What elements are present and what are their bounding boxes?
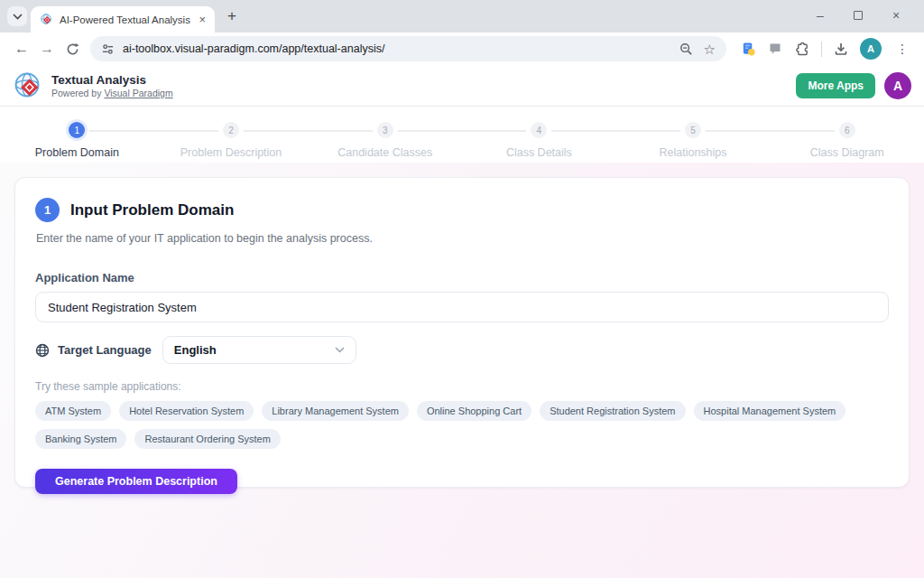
step-number: 2 — [223, 122, 239, 138]
powered-by-text: Powered by — [51, 88, 101, 98]
step-number: 5 — [685, 122, 701, 138]
step-candidate-classes[interactable]: 3 Candidate Classes — [308, 115, 462, 163]
window-controls: – × — [801, 0, 915, 31]
browser-menu-icon[interactable]: ⋮ — [893, 42, 911, 56]
sample-pill-library[interactable]: Library Management System — [262, 401, 409, 421]
site-favicon-icon — [40, 13, 53, 26]
back-button[interactable]: ← — [9, 36, 34, 61]
step-class-details[interactable]: 4 Class Details — [462, 115, 616, 163]
app-header: Textual Analysis Powered by Visual Parad… — [0, 65, 924, 107]
sample-pill-hospital[interactable]: Hospital Management System — [694, 401, 846, 421]
zoom-icon[interactable] — [679, 42, 693, 56]
download-icon[interactable] — [834, 42, 848, 56]
sample-pill-shopping[interactable]: Online Shopping Cart — [417, 401, 531, 421]
tab-close-icon[interactable]: × — [197, 13, 208, 26]
step-class-diagram[interactable]: 6 Class Diagram — [770, 115, 924, 163]
card-title: Input Problem Domain — [70, 201, 234, 219]
tab-title: AI-Powered Textual Analysis for — [60, 14, 190, 25]
target-language-label: Target Language — [58, 343, 152, 357]
maximize-button[interactable] — [839, 8, 877, 23]
browser-profile-avatar[interactable]: A — [860, 38, 882, 60]
step-label: Class Diagram — [810, 146, 884, 159]
header-actions: More Apps A — [796, 72, 911, 99]
sample-pill-student[interactable]: Student Registration System — [540, 401, 685, 421]
browser-tab-strip: AI-Powered Textual Analysis for × + – × — [0, 0, 924, 33]
samples-label: Try these sample applications: — [35, 380, 889, 393]
card-description: Enter the name of your IT application to… — [36, 232, 889, 245]
step-label: Class Details — [506, 146, 572, 159]
brand-text: Textual Analysis Powered by Visual Parad… — [51, 73, 173, 98]
target-language-row: Target Language English — [35, 336, 889, 364]
user-avatar[interactable]: A — [884, 72, 911, 99]
stepper: 1 Problem Domain 2 Problem Description 3… — [0, 107, 924, 163]
step-badge: 1 — [35, 198, 60, 222]
input-problem-domain-card: 1 Input Problem Domain Enter the name of… — [14, 177, 910, 488]
url-text[interactable]: ai-toolbox.visual-paradigm.com/app/textu… — [123, 42, 671, 55]
sample-pill-atm[interactable]: ATM System — [35, 401, 111, 421]
card-header: 1 Input Problem Domain — [35, 198, 889, 222]
step-problem-domain[interactable]: 1 Problem Domain — [0, 115, 154, 163]
tab-search-button[interactable] — [7, 6, 27, 26]
chevron-down-icon — [13, 14, 23, 20]
extensions-puzzle-icon[interactable] — [794, 42, 809, 57]
application-name-label: Application Name — [35, 271, 889, 284]
visual-paradigm-link[interactable]: Visual Paradigm — [104, 88, 172, 98]
step-label: Problem Domain — [35, 146, 119, 159]
browser-toolbar: ← → ai-toolbox.visual-paradigm.com/app/t… — [0, 33, 924, 65]
application-name-input[interactable] — [35, 292, 889, 322]
step-number: 4 — [531, 122, 547, 138]
target-language-value: English — [174, 343, 217, 357]
step-label: Relationships — [660, 146, 727, 159]
page-background: 1 Input Problem Domain Enter the name of… — [0, 163, 924, 578]
step-label: Candidate Classes — [337, 146, 432, 159]
sample-pill-hotel[interactable]: Hotel Reservation System — [119, 401, 254, 421]
minimize-button[interactable]: – — [801, 8, 839, 23]
more-apps-button[interactable]: More Apps — [796, 73, 875, 98]
toolbar-divider — [821, 42, 822, 57]
globe-icon — [35, 343, 50, 358]
step-problem-description[interactable]: 2 Problem Description — [154, 115, 309, 163]
address-bar[interactable]: ai-toolbox.visual-paradigm.com/app/textu… — [90, 36, 726, 61]
sample-pills: ATM System Hotel Reservation System Libr… — [35, 401, 889, 449]
step-label: Problem Description — [180, 146, 282, 159]
step-number: 6 — [839, 122, 855, 138]
comment-extension-icon[interactable] — [768, 42, 782, 56]
extension-icons: A ⋮ — [732, 38, 915, 60]
address-bar-actions: ☆ — [679, 42, 716, 56]
target-language-select[interactable]: English — [162, 336, 356, 364]
step-number: 3 — [377, 122, 393, 138]
translate-extension-icon[interactable] — [741, 42, 756, 57]
browser-tab[interactable]: AI-Powered Textual Analysis for × — [31, 6, 215, 33]
maximize-icon — [854, 11, 863, 20]
sample-pill-restaurant[interactable]: Restaurant Ordering System — [134, 429, 280, 449]
bookmark-star-icon[interactable]: ☆ — [704, 42, 716, 56]
chevron-down-icon — [335, 347, 345, 353]
visual-paradigm-logo-icon — [13, 70, 43, 101]
reload-icon — [66, 42, 79, 56]
step-relationships[interactable]: 5 Relationships — [616, 115, 771, 163]
forward-button[interactable]: → — [34, 36, 60, 61]
brand: Textual Analysis Powered by Visual Parad… — [13, 70, 173, 101]
step-number: 1 — [69, 122, 85, 138]
close-button[interactable]: × — [877, 8, 915, 23]
app-title: Textual Analysis — [51, 73, 173, 87]
site-settings-icon — [101, 42, 115, 56]
new-tab-button[interactable]: + — [220, 5, 244, 28]
sample-pill-banking[interactable]: Banking System — [35, 429, 126, 449]
generate-problem-description-button[interactable]: Generate Problem Description — [35, 469, 237, 494]
reload-button[interactable] — [60, 36, 85, 61]
